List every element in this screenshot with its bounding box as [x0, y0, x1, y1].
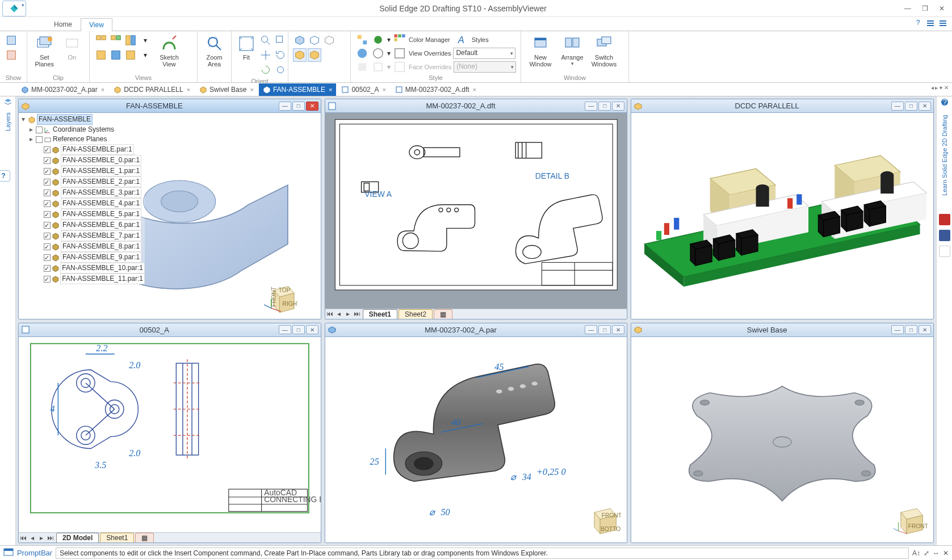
style-ico-1[interactable] [355, 33, 369, 47]
orient-cube-2[interactable] [308, 33, 321, 47]
close-icon[interactable]: × [101, 86, 104, 93]
arrange-button[interactable]: Arrange ▾ [557, 33, 587, 68]
layers-tab[interactable]: Layers [3, 109, 12, 134]
tree-row[interactable]: FAN-ASSEMBLE_9.par:1 [20, 252, 145, 263]
close-icon[interactable]: × [187, 86, 190, 93]
close-icon[interactable]: ✕ [919, 102, 931, 111]
styles-icon[interactable]: A [456, 33, 469, 47]
close-icon[interactable]: × [250, 86, 253, 93]
sb-icon[interactable]: A↕ [912, 549, 920, 557]
tree-row[interactable]: FAN-ASSEMBLE_1.par:1 [20, 166, 145, 176]
views-btn-drop2[interactable]: ▾ [139, 48, 152, 62]
views-btn-drop[interactable]: ▾ [139, 33, 152, 47]
doc-tab[interactable]: Swivel Base× [195, 83, 258, 96]
sheet-add-icon[interactable]: ▦ [434, 309, 452, 319]
viewport[interactable]: VIEW A DETAIL B ⏮◂▸⏭ Sheet1 Sheet2 ▦ [325, 113, 627, 319]
learn-tab[interactable]: Learn Solid Edge 2D Drafting [940, 111, 949, 199]
view-overrides-combo[interactable]: Default▾ [453, 48, 515, 59]
views-btn-5[interactable] [109, 48, 123, 62]
tree-row[interactable]: FAN-ASSEMBLE_11.par:1 [20, 273, 145, 284]
pathfinder-tree[interactable]: ▾FAN-ASSEMBLE▸Coordinate Systems▸Referen… [20, 114, 145, 284]
viewport[interactable]: 4 2.2 2.02.0 3.5 AutoCAD CONNECTING BLOC… [19, 337, 321, 543]
sb-icon[interactable]: ↔ [933, 549, 940, 557]
close-icon[interactable]: ✕ [612, 102, 624, 111]
sb-icon[interactable]: ✕ [943, 549, 949, 557]
viewport[interactable]: FRONT [631, 337, 933, 543]
views-btn-2[interactable] [109, 33, 123, 47]
facebook-icon[interactable] [939, 230, 950, 241]
app-menu-button[interactable]: ▾ [2, 1, 26, 16]
tabstrip-nav[interactable]: ◂ ▸ ▾ ✕ [931, 85, 949, 91]
tree-row[interactable]: FAN-ASSEMBLE_2.par:1 [20, 176, 145, 187]
viewport[interactable]: TOP FRONT RIGHT ▾FAN-ASSEMBLE▸Coordinate… [19, 113, 321, 319]
restore-button[interactable]: ❐ [917, 2, 933, 15]
color-manager-icon[interactable] [393, 33, 406, 47]
view-overrides-icon[interactable] [393, 47, 406, 60]
close-icon[interactable]: ✕ [612, 325, 624, 334]
sb-icon[interactable]: ⤢ [924, 549, 929, 557]
maximize-icon[interactable]: □ [292, 102, 305, 111]
sheet-add-icon[interactable]: ▦ [135, 533, 154, 542]
views-btn-1[interactable] [94, 33, 108, 47]
close-icon[interactable]: × [329, 86, 332, 93]
tree-row[interactable]: FAN-ASSEMBLE_3.par:1 [20, 187, 145, 198]
new-window-button[interactable]: New Window [526, 33, 555, 69]
zoom-area-button[interactable]: Zoom Area [202, 33, 227, 69]
minimize-icon[interactable]: — [279, 102, 291, 111]
close-icon[interactable]: ✕ [306, 325, 318, 334]
refresh-icon[interactable] [259, 63, 272, 77]
help-icon[interactable]: ? [913, 18, 922, 27]
orient-cube-3[interactable] [322, 33, 336, 47]
close-icon[interactable]: ✕ [919, 325, 931, 334]
maximize-icon[interactable]: □ [905, 102, 917, 111]
ribbon-opt1-icon[interactable] [926, 18, 935, 27]
sheet-tab[interactable]: Sheet1 [363, 309, 397, 319]
show-btn-1[interactable] [5, 33, 18, 47]
maximize-icon[interactable]: □ [292, 325, 305, 334]
sheet-last-icon[interactable]: ⏭ [353, 310, 362, 318]
sheet-first-icon[interactable]: ⏮ [19, 534, 28, 542]
minimize-icon[interactable]: — [891, 102, 904, 111]
rotate-icon[interactable] [274, 48, 287, 62]
help-panel-button[interactable]: ? [0, 170, 10, 182]
sheet-tab[interactable]: Sheet1 [100, 533, 134, 542]
close-icon[interactable]: ✕ [306, 102, 318, 111]
viewport[interactable]: 45 40 25 ⌀ 34 ⌀ 50 +0,25 0 FRONT BOTTOM [325, 337, 627, 543]
layers-icon[interactable] [3, 98, 12, 107]
minimize-icon[interactable]: — [585, 102, 597, 111]
maximize-icon[interactable]: □ [905, 325, 917, 334]
minimize-icon[interactable]: — [279, 325, 291, 334]
pan-icon[interactable] [259, 48, 272, 62]
tree-row[interactable]: FAN-ASSEMBLE_8.par:1 [20, 241, 145, 252]
tree-row[interactable]: ▾FAN-ASSEMBLE [20, 114, 145, 125]
doc-tab[interactable]: 00502_A× [337, 83, 389, 96]
tree-row[interactable]: FAN-ASSEMBLE_4.par:1 [20, 198, 145, 209]
zoom-in-icon[interactable] [259, 33, 272, 47]
sheet-next-icon[interactable]: ▸ [343, 310, 353, 318]
tab-view[interactable]: View [81, 18, 112, 31]
close-icon[interactable]: × [382, 86, 385, 93]
learn-icon[interactable]: ? [940, 98, 949, 107]
maximize-icon[interactable]: □ [598, 102, 611, 111]
sheet-tab[interactable]: 2D Model [56, 533, 99, 542]
views-btn-3[interactable] [124, 33, 137, 47]
zoom-sel-icon[interactable] [274, 33, 287, 47]
sheet-prev-icon[interactable]: ◂ [334, 310, 343, 318]
promptbar-label[interactable]: PromptBar [17, 549, 52, 557]
look-at-icon[interactable] [274, 63, 287, 77]
tree-row[interactable]: FAN-ASSEMBLE_10.par:1 [20, 263, 145, 273]
orient-cube-1[interactable] [293, 33, 307, 47]
doc-tab[interactable]: MM-00237-002_A.par× [17, 83, 108, 96]
style-ico-4[interactable] [371, 47, 385, 60]
viewport[interactable] [631, 113, 933, 319]
tab-home[interactable]: Home [45, 18, 81, 31]
style-ico-2[interactable] [371, 33, 385, 47]
sheet-prev-icon[interactable]: ◂ [28, 534, 37, 542]
youtube-icon[interactable] [939, 214, 950, 225]
fit-button[interactable]: Fit [236, 33, 257, 62]
sketch-view-button[interactable]: Sketch View [154, 33, 184, 69]
style-ico-3[interactable] [355, 47, 369, 60]
tree-row[interactable]: FAN-ASSEMBLE_5.par:1 [20, 209, 145, 220]
sheet-last-icon[interactable]: ⏭ [46, 534, 55, 542]
close-icon[interactable]: × [473, 86, 476, 93]
